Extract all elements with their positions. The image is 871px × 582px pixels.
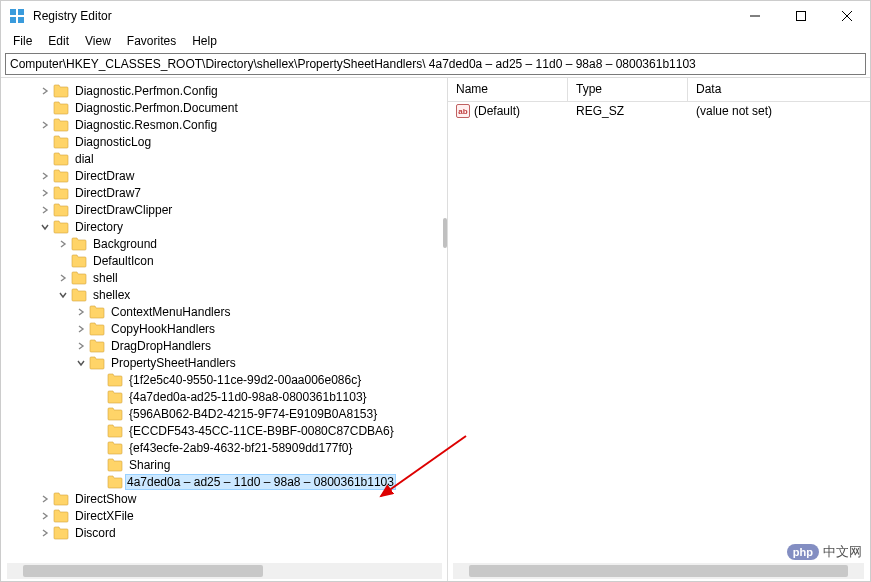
string-value-icon: ab bbox=[456, 104, 470, 118]
folder-icon bbox=[71, 237, 87, 251]
tree-item[interactable]: DefaultIcon bbox=[1, 252, 447, 269]
tree-item[interactable]: {1f2e5c40-9550-11ce-99d2-00aa006e086c} bbox=[1, 371, 447, 388]
tree-item-label: 4a7ded0a – ad25 – 11d0 – 98a8 – 0800361b… bbox=[125, 474, 396, 490]
chevron-right-icon[interactable] bbox=[37, 491, 53, 507]
folder-icon bbox=[71, 271, 87, 285]
folder-icon bbox=[71, 288, 87, 302]
chevron-right-icon[interactable] bbox=[73, 304, 89, 320]
folder-icon bbox=[71, 254, 87, 268]
chevron-right-icon[interactable] bbox=[37, 202, 53, 218]
tree-item-label: Diagnostic.Resmon.Config bbox=[73, 118, 219, 132]
folder-icon bbox=[107, 441, 123, 455]
tree-item[interactable]: shellex bbox=[1, 286, 447, 303]
minimize-button[interactable] bbox=[732, 1, 778, 31]
folder-icon bbox=[107, 373, 123, 387]
folder-icon bbox=[53, 186, 69, 200]
tree-item[interactable]: Background bbox=[1, 235, 447, 252]
tree-item-label: Background bbox=[91, 237, 159, 251]
chevron-down-icon[interactable] bbox=[73, 355, 89, 371]
tree-item-label: Diagnostic.Perfmon.Document bbox=[73, 101, 240, 115]
watermark: php 中文网 bbox=[787, 543, 862, 561]
chevron-right-icon[interactable] bbox=[73, 338, 89, 354]
col-header-type[interactable]: Type bbox=[568, 78, 688, 101]
tree-item[interactable]: dial bbox=[1, 150, 447, 167]
chevron-right-icon[interactable] bbox=[37, 185, 53, 201]
folder-icon bbox=[53, 220, 69, 234]
splitter-grip[interactable] bbox=[443, 218, 447, 248]
tree-item[interactable]: {ECCDF543-45CC-11CE-B9BF-0080C87CDBA6} bbox=[1, 422, 447, 439]
tree-item[interactable]: CopyHookHandlers bbox=[1, 320, 447, 337]
tree-item[interactable]: PropertySheetHandlers bbox=[1, 354, 447, 371]
maximize-button[interactable] bbox=[778, 1, 824, 31]
close-button[interactable] bbox=[824, 1, 870, 31]
tree-item[interactable]: Diagnostic.Perfmon.Document bbox=[1, 99, 447, 116]
chevron-right-icon[interactable] bbox=[37, 168, 53, 184]
folder-icon bbox=[53, 169, 69, 183]
tree-item[interactable]: Diagnostic.Perfmon.Config bbox=[1, 82, 447, 99]
chevron-right-icon[interactable] bbox=[37, 83, 53, 99]
tree-item-label: {596AB062-B4D2-4215-9F74-E9109B0A8153} bbox=[127, 407, 379, 421]
tree-item-label: ContextMenuHandlers bbox=[109, 305, 232, 319]
chevron-down-icon[interactable] bbox=[55, 287, 71, 303]
tree-item[interactable]: Directory bbox=[1, 218, 447, 235]
tree-item-label: DragDropHandlers bbox=[109, 339, 213, 353]
folder-icon bbox=[53, 152, 69, 166]
folder-icon bbox=[107, 407, 123, 421]
tree-hscrollbar[interactable] bbox=[7, 563, 442, 579]
tree-panel[interactable]: Diagnostic.Perfmon.ConfigDiagnostic.Perf… bbox=[1, 78, 448, 581]
tree-item[interactable]: DiagnosticLog bbox=[1, 133, 447, 150]
chevron-right-icon[interactable] bbox=[55, 236, 71, 252]
tree-item[interactable]: DirectDrawClipper bbox=[1, 201, 447, 218]
chevron-right-icon[interactable] bbox=[37, 117, 53, 133]
chevron-right-icon[interactable] bbox=[55, 270, 71, 286]
tree-item[interactable]: {596AB062-B4D2-4215-9F74-E9109B0A8153} bbox=[1, 405, 447, 422]
chevron-right-icon[interactable] bbox=[37, 508, 53, 524]
tree-item[interactable]: DragDropHandlers bbox=[1, 337, 447, 354]
menu-file[interactable]: File bbox=[5, 32, 40, 50]
window-title: Registry Editor bbox=[33, 9, 732, 23]
content-area: Diagnostic.Perfmon.ConfigDiagnostic.Perf… bbox=[1, 77, 870, 581]
chevron-right-icon[interactable] bbox=[37, 525, 53, 541]
menu-view[interactable]: View bbox=[77, 32, 119, 50]
tree-item-label: DefaultIcon bbox=[91, 254, 156, 268]
tree-item[interactable]: DirectXFile bbox=[1, 507, 447, 524]
chevron-right-icon[interactable] bbox=[73, 321, 89, 337]
tree-item-selected[interactable]: 4a7ded0a – ad25 – 11d0 – 98a8 – 0800361b… bbox=[1, 473, 447, 490]
value-hscroll-thumb[interactable] bbox=[469, 565, 848, 577]
tree-item[interactable]: Diagnostic.Resmon.Config bbox=[1, 116, 447, 133]
tree-item[interactable]: DirectShow bbox=[1, 490, 447, 507]
folder-icon bbox=[107, 458, 123, 472]
folder-icon bbox=[53, 203, 69, 217]
folder-icon bbox=[107, 390, 123, 404]
tree-item[interactable]: DirectDraw7 bbox=[1, 184, 447, 201]
tree-item-label: {ECCDF543-45CC-11CE-B9BF-0080C87CDBA6} bbox=[127, 424, 396, 438]
col-header-name[interactable]: Name bbox=[448, 78, 568, 101]
tree-hscroll-thumb[interactable] bbox=[23, 565, 263, 577]
chevron-down-icon[interactable] bbox=[37, 219, 53, 235]
tree-item[interactable]: DirectDraw bbox=[1, 167, 447, 184]
menubar: File Edit View Favorites Help bbox=[1, 31, 870, 51]
menu-favorites[interactable]: Favorites bbox=[119, 32, 184, 50]
watermark-text: 中文网 bbox=[823, 543, 862, 561]
tree-item-label: DirectDrawClipper bbox=[73, 203, 174, 217]
value-row[interactable]: ab(Default)REG_SZ(value not set) bbox=[448, 102, 870, 120]
folder-icon bbox=[89, 322, 105, 336]
menu-help[interactable]: Help bbox=[184, 32, 225, 50]
value-hscrollbar[interactable] bbox=[453, 563, 864, 579]
tree-item[interactable]: ContextMenuHandlers bbox=[1, 303, 447, 320]
tree-item[interactable]: {ef43ecfe-2ab9-4632-bf21-58909dd177f0} bbox=[1, 439, 447, 456]
address-bar[interactable]: Computer\HKEY_CLASSES_ROOT\Directory\she… bbox=[5, 53, 866, 75]
tree-item[interactable]: Discord bbox=[1, 524, 447, 541]
col-header-data[interactable]: Data bbox=[688, 78, 870, 101]
folder-icon bbox=[53, 526, 69, 540]
svg-rect-5 bbox=[797, 12, 806, 21]
tree-item[interactable]: shell bbox=[1, 269, 447, 286]
window-controls bbox=[732, 1, 870, 31]
menu-edit[interactable]: Edit bbox=[40, 32, 77, 50]
folder-icon bbox=[53, 135, 69, 149]
value-panel[interactable]: Name Type Data ab(Default)REG_SZ(value n… bbox=[448, 78, 870, 581]
tree-item[interactable]: {4a7ded0a-ad25-11d0-98a8-0800361b1103} bbox=[1, 388, 447, 405]
svg-rect-2 bbox=[10, 17, 16, 23]
folder-icon bbox=[53, 509, 69, 523]
tree-item[interactable]: Sharing bbox=[1, 456, 447, 473]
